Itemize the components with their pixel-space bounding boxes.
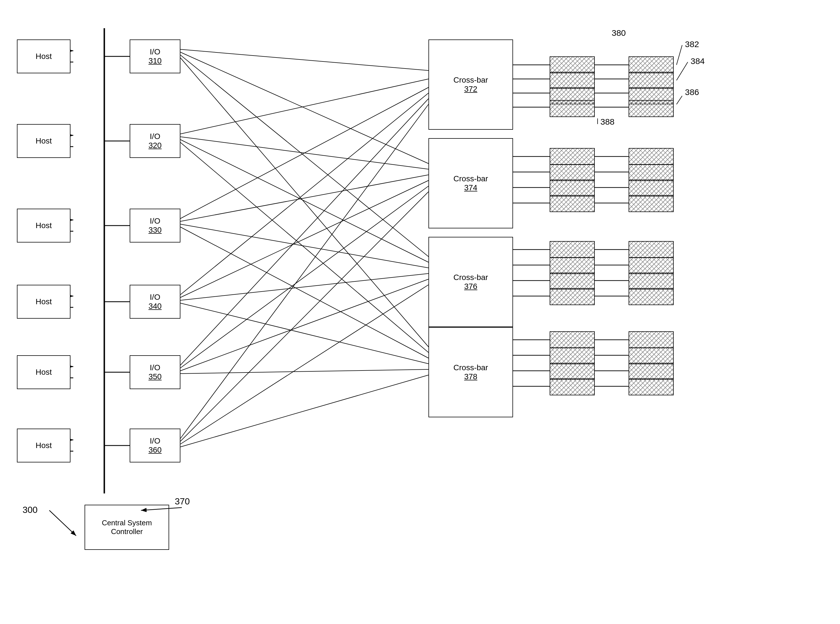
svg-line-41 xyxy=(180,285,428,444)
ref-384: 384 xyxy=(690,56,705,66)
mem-378-8 xyxy=(629,378,674,395)
mem-376-7 xyxy=(629,273,674,290)
mem-376-3 xyxy=(550,273,595,290)
cb-378-number: 378 xyxy=(464,372,478,381)
ref-388: 388 xyxy=(600,117,615,127)
cb-376-number: 376 xyxy=(464,282,478,291)
mem-374-6 xyxy=(629,164,674,181)
ref-370: 370 xyxy=(175,496,190,507)
svg-line-38 xyxy=(180,369,428,374)
host-5-label: Host xyxy=(35,368,52,377)
io-320-number: 320 xyxy=(148,141,162,150)
svg-line-21 xyxy=(180,55,428,256)
host-1-label: Host xyxy=(35,52,52,61)
cb-372-label: Cross-bar xyxy=(453,76,488,85)
io-330-label: I/O xyxy=(150,216,160,226)
io-310: I/O 310 xyxy=(129,40,180,73)
mem-376-1 xyxy=(550,241,595,258)
io-350-number: 350 xyxy=(148,372,162,381)
svg-line-34 xyxy=(180,303,428,364)
cb-376-label: Cross-bar xyxy=(453,273,488,282)
crossbar-376: Cross-bar 376 xyxy=(428,237,513,327)
io-330: I/O 330 xyxy=(129,209,180,242)
cb-374-number: 374 xyxy=(464,183,478,192)
io-340-number: 340 xyxy=(148,302,162,311)
mem-374-7 xyxy=(629,180,674,196)
io-350-label: I/O xyxy=(150,363,160,372)
mem-378-3 xyxy=(550,363,595,380)
mem-378-4 xyxy=(550,378,595,395)
controller-label: Central System Controller xyxy=(102,519,152,536)
svg-line-39 xyxy=(180,104,428,439)
mem-374-5 xyxy=(629,148,674,165)
host-3-label: Host xyxy=(35,221,52,230)
svg-line-42 xyxy=(180,375,428,447)
ref-380: 380 xyxy=(612,28,626,38)
svg-line-75 xyxy=(49,510,76,536)
svg-line-26 xyxy=(180,142,428,352)
cb-374-label: Cross-bar xyxy=(453,174,488,183)
svg-line-19 xyxy=(180,49,428,71)
ref-386: 386 xyxy=(685,87,699,97)
io-360: I/O 360 xyxy=(129,429,180,462)
mem-372-5 xyxy=(629,56,674,73)
mem-376-5 xyxy=(629,241,674,258)
host-4: Host xyxy=(17,285,71,319)
mem-374-1 xyxy=(550,148,595,165)
io-350: I/O 350 xyxy=(129,355,180,389)
ref-382: 382 xyxy=(685,40,699,49)
mem-378-2 xyxy=(550,348,595,364)
io-310-number: 310 xyxy=(148,56,162,65)
mem-378-7 xyxy=(629,363,674,380)
crossbar-374: Cross-bar 374 xyxy=(428,138,513,229)
mem-372-4 xyxy=(550,100,595,117)
cb-372-number: 372 xyxy=(464,85,478,94)
svg-line-27 xyxy=(180,87,428,219)
io-330-number: 330 xyxy=(148,226,162,235)
mem-374-3 xyxy=(550,180,595,196)
svg-line-29 xyxy=(180,224,428,268)
svg-line-25 xyxy=(180,140,428,262)
host-6-label: Host xyxy=(35,441,52,450)
mem-372-6 xyxy=(629,72,674,89)
host-2-label: Host xyxy=(35,136,52,145)
mem-372-8 xyxy=(629,100,674,117)
host-4-label: Host xyxy=(35,297,52,306)
mem-372-2 xyxy=(550,72,595,89)
host-5: Host xyxy=(17,355,71,389)
mem-374-8 xyxy=(629,195,674,212)
svg-line-36 xyxy=(180,186,428,368)
mem-378-5 xyxy=(629,331,674,348)
svg-line-23 xyxy=(180,79,428,134)
io-340: I/O 340 xyxy=(129,285,180,319)
cb-378-label: Cross-bar xyxy=(453,363,488,372)
mem-376-6 xyxy=(629,257,674,274)
svg-line-20 xyxy=(180,52,428,164)
crossbar-378: Cross-bar 378 xyxy=(428,327,513,417)
diagram: Host Host Host Host Host Host I/O 310 I/… xyxy=(0,0,840,624)
mem-378-1 xyxy=(550,331,595,348)
mem-376-8 xyxy=(629,288,674,305)
io-320-label: I/O xyxy=(150,132,160,141)
svg-line-40 xyxy=(180,192,428,441)
io-320: I/O 320 xyxy=(129,124,180,158)
svg-line-22 xyxy=(180,58,428,347)
mem-374-4 xyxy=(550,195,595,212)
svg-line-31 xyxy=(180,93,428,295)
mem-376-4 xyxy=(550,288,595,305)
io-360-number: 360 xyxy=(148,445,162,454)
crossbar-372: Cross-bar 372 xyxy=(428,40,513,130)
mem-376-2 xyxy=(550,257,595,274)
mem-374-2 xyxy=(550,164,595,181)
svg-line-33 xyxy=(180,273,428,300)
ref-300: 300 xyxy=(23,505,37,515)
host-6: Host xyxy=(17,429,71,462)
io-340-label: I/O xyxy=(150,293,160,302)
io-310-label: I/O xyxy=(150,47,160,56)
host-3: Host xyxy=(17,209,71,242)
host-1: Host xyxy=(17,40,71,73)
host-2: Host xyxy=(17,124,71,158)
svg-line-30 xyxy=(180,227,428,358)
mem-372-1 xyxy=(550,56,595,73)
io-360-label: I/O xyxy=(150,437,160,445)
